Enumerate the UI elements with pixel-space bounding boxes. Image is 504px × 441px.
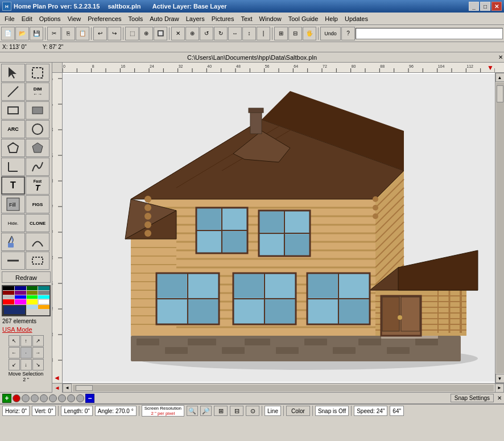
menu-window[interactable]: Window [256, 14, 285, 23]
layer-dot-7[interactable] [67, 394, 75, 402]
scroll-down-button[interactable]: ▼ [495, 374, 505, 383]
rect3-tool[interactable] [26, 252, 49, 270]
tb-btn-7[interactable]: 🔲 [154, 27, 167, 40]
tb-btn-5[interactable]: ⬚ [125, 27, 139, 40]
move-upleft-button[interactable]: ↖ [9, 335, 20, 347]
color-red[interactable] [3, 299, 14, 304]
color-yellow[interactable] [27, 299, 38, 304]
menu-toolguide[interactable]: Tool Guide [285, 14, 322, 23]
layer-dot-1[interactable] [13, 394, 20, 402]
move-down-button[interactable]: ↓ [20, 359, 32, 370]
line-tool[interactable] [1, 83, 25, 101]
layer-add-button[interactable]: + [2, 394, 11, 403]
color-button[interactable]: Color [289, 408, 307, 414]
shape-tool[interactable] [26, 139, 49, 157]
layer-dot-8[interactable] [76, 394, 84, 402]
angle-tool[interactable] [1, 158, 25, 176]
layer-tabs-close-button[interactable]: ✕ [497, 395, 502, 401]
paint-tool[interactable] [1, 233, 25, 251]
move-left-button[interactable]: ← [9, 347, 20, 358]
tb-btn-4[interactable]: ↪ [108, 27, 121, 40]
menu-help[interactable]: Help [321, 14, 341, 23]
tb-btn-15[interactable]: ⊞ [274, 27, 288, 40]
tb-btn-13[interactable]: ↕ [242, 27, 256, 40]
zoom-actual-icon[interactable]: ⊟ [230, 406, 243, 416]
tb-btn-16[interactable]: ⊟ [288, 27, 302, 40]
hline-tool[interactable] [1, 252, 25, 270]
color-olive[interactable] [27, 291, 38, 295]
layer-dot-4[interactable] [40, 394, 48, 402]
curve-tool[interactable] [26, 233, 49, 251]
maximize-button[interactable]: □ [480, 2, 490, 11]
scroll-left-button[interactable]: ◄ [63, 384, 72, 393]
clone-tool[interactable]: CLONE [26, 214, 49, 232]
color-cyan[interactable] [38, 295, 49, 299]
layer-remove-button[interactable]: − [85, 394, 94, 403]
move-upright-button[interactable]: ↗ [32, 335, 44, 347]
color-status[interactable]: Color [286, 406, 310, 416]
scroll-track-bottom[interactable] [73, 385, 494, 391]
color-darkgreen[interactable] [27, 286, 38, 290]
move-right-button[interactable]: → [32, 347, 44, 358]
tb-btn-6[interactable]: ⊕ [139, 27, 153, 40]
color-darkblue[interactable] [15, 286, 26, 290]
zoom-out-icon[interactable]: 🔍 [187, 406, 198, 416]
drawing-canvas[interactable] [63, 73, 495, 383]
color-purple[interactable] [15, 291, 26, 295]
snap-settings-button[interactable]: Snap Settings [451, 394, 494, 402]
tb-btn-11[interactable]: ↻ [214, 27, 228, 40]
move-downleft-button[interactable]: ↙ [9, 359, 20, 370]
layer-dot-3[interactable] [31, 394, 39, 402]
save-button[interactable]: 💾 [30, 27, 43, 40]
text-tool[interactable]: T [1, 176, 25, 195]
tb-btn-14[interactable]: | [257, 27, 270, 40]
menu-file[interactable]: File [1, 14, 18, 23]
hide-tool[interactable]: Hide. [1, 214, 25, 232]
menu-preferences[interactable]: Preferences [84, 14, 125, 23]
command-input[interactable] [356, 28, 503, 39]
redraw-button[interactable]: Redraw [2, 271, 51, 283]
zoom-fit-icon[interactable]: ⊞ [214, 406, 228, 416]
layer-dot-2[interactable] [22, 394, 30, 402]
close-button[interactable]: ✕ [491, 2, 502, 11]
cut-button[interactable]: ✂ [47, 27, 61, 40]
polygon-tool[interactable] [1, 139, 25, 157]
tb-btn-3[interactable]: ↩ [93, 27, 107, 40]
open-button[interactable]: 📂 [15, 27, 29, 40]
current-color-swatch[interactable] [3, 305, 26, 315]
tb-btn-10[interactable]: ↺ [200, 27, 213, 40]
color-lightblue[interactable] [27, 305, 38, 309]
new-button[interactable]: 📄 [1, 27, 15, 40]
color-gray[interactable] [38, 291, 49, 295]
undo-button[interactable]: Undo [320, 27, 341, 40]
minimize-button[interactable]: _ [469, 2, 479, 11]
fast-text-tool[interactable]: Fast T [26, 176, 49, 195]
circle-tool[interactable] [26, 120, 49, 138]
menu-pictures[interactable]: Pictures [208, 14, 238, 23]
scroll-track-right[interactable] [496, 83, 504, 373]
scroll-thumb-bottom[interactable] [76, 385, 93, 391]
scroll-up-button[interactable]: ▲ [495, 73, 505, 82]
figs-tool[interactable]: FIGS [26, 195, 49, 213]
color-black[interactable] [3, 286, 14, 290]
arc-tool[interactable]: ARC [1, 120, 25, 138]
help-icon-btn[interactable]: ? [341, 27, 355, 40]
zoom-in-icon[interactable]: 🔎 [200, 406, 212, 416]
layer-dot-5[interactable] [49, 394, 57, 402]
select-tool[interactable] [1, 64, 25, 82]
menu-edit[interactable]: Edit [18, 14, 36, 23]
tb-btn-12[interactable]: ↔ [228, 27, 242, 40]
color-magenta[interactable] [15, 299, 26, 304]
dotted-select-tool[interactable] [26, 64, 49, 82]
menu-text[interactable]: Text [237, 14, 255, 23]
color-blue[interactable] [15, 295, 26, 299]
move-up-button[interactable]: ↑ [20, 335, 32, 347]
tb-btn-9[interactable]: ⊕ [185, 27, 199, 40]
scroll-right-button[interactable]: ► [495, 384, 504, 393]
menu-tools[interactable]: Tools [125, 14, 147, 23]
rect-tool[interactable] [1, 101, 25, 119]
bezier-tool[interactable] [26, 158, 49, 176]
layer-dot-6[interactable] [58, 394, 66, 402]
menu-autodraw[interactable]: Auto Draw [146, 14, 182, 23]
filled-rect-tool[interactable] [26, 101, 49, 119]
